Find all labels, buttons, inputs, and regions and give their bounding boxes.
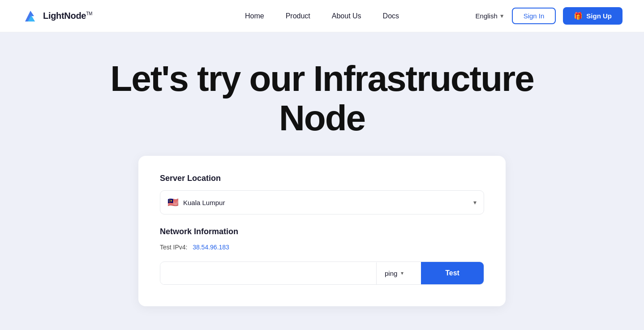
test-ipv4-label: Test IPv4: [160,244,187,251]
selected-location-inner: 🇲🇾 Kuala Lumpur [167,197,225,208]
hero-title: Let's try our Infrastructure Node [76,59,568,138]
network-info-section: Network Information Test IPv4: 38.54.96.… [160,227,484,251]
test-row: ping ▾ Test [160,261,484,285]
location-dropdown[interactable]: 🇲🇾 Kuala Lumpur ▾ [160,190,484,214]
logo-text: LightNodeTM [43,11,92,21]
language-label: English [476,12,498,20]
test-type-dropdown[interactable]: ping ▾ [376,262,421,284]
language-selector[interactable]: English ▼ [476,12,505,20]
selected-location-text: Kuala Lumpur [183,199,225,206]
navbar: LightNodeTM Home Product About Us Docs E… [0,0,644,32]
test-ipv4-row: Test IPv4: 38.54.96.183 [160,244,484,251]
server-location-title: Server Location [160,174,484,183]
hero-section: Let's try our Infrastructure Node Server… [0,32,644,330]
nav-home[interactable]: Home [245,12,264,20]
signin-button[interactable]: Sign In [512,8,556,24]
signup-button[interactable]: 🎁 Sign Up [563,7,623,25]
chevron-down-icon: ▾ [473,199,477,206]
nav-product[interactable]: Product [286,12,310,20]
test-type-label: ping [385,270,397,277]
logo[interactable]: LightNodeTM [21,7,92,25]
test-button[interactable]: Test [421,262,484,284]
network-info-title: Network Information [160,227,484,236]
infrastructure-card: Server Location 🇲🇾 Kuala Lumpur ▾ Networ… [138,156,506,306]
gift-icon: 🎁 [574,12,583,20]
chevron-down-icon: ▾ [401,270,404,276]
main-nav: Home Product About Us Docs [245,12,399,20]
navbar-right: English ▼ Sign In 🎁 Sign Up [476,7,623,25]
nav-docs[interactable]: Docs [383,12,399,20]
logo-icon [21,7,39,25]
chevron-down-icon: ▼ [499,13,505,19]
flag-icon: 🇲🇾 [167,197,179,208]
nav-about[interactable]: About Us [332,12,361,20]
ipv4-address[interactable]: 38.54.96.183 [193,244,229,251]
test-input[interactable] [160,262,376,284]
server-location-section: Server Location 🇲🇾 Kuala Lumpur ▾ [160,174,484,214]
